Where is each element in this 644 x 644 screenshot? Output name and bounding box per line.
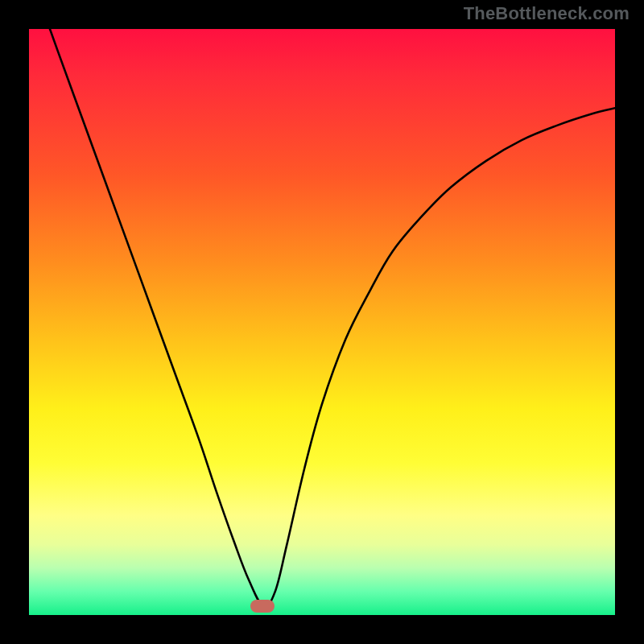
optimal-marker (250, 600, 275, 613)
attribution-text: TheBottleneck.com (464, 3, 630, 24)
plot-area (29, 29, 615, 615)
bottleneck-curve (29, 29, 615, 615)
chart-frame: TheBottleneck.com (0, 0, 644, 644)
